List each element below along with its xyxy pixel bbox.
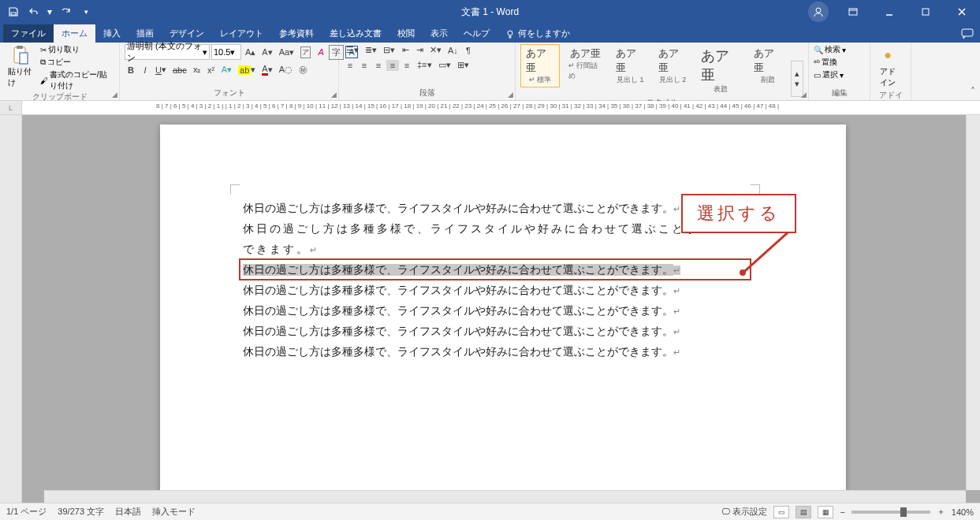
horizontal-ruler[interactable]: L 8 | 7 | 6 | 5 | 4 | 3 | 2 | 1 | | 1 | … xyxy=(0,101,980,115)
ribbon-display-options-icon[interactable] xyxy=(835,0,871,24)
borders-button[interactable]: ⊞▾ xyxy=(455,59,471,71)
zoom-slider-thumb[interactable] xyxy=(900,507,907,517)
decrease-indent-button[interactable]: ⇤ xyxy=(399,44,412,56)
line-spacing-button[interactable]: ‡≡▾ xyxy=(415,59,434,71)
tab-review[interactable]: 校閲 xyxy=(389,24,423,43)
account-icon[interactable] xyxy=(808,2,829,22)
undo-icon[interactable] xyxy=(25,3,43,20)
copy-button[interactable]: ⧉ コピー xyxy=(40,57,114,68)
style-normal[interactable]: あア亜 ↵ 標準 xyxy=(520,44,560,87)
shading-button[interactable]: ▭▾ xyxy=(436,59,453,71)
phonetic-guide-button[interactable]: ア xyxy=(298,46,313,59)
qat-customize-icon[interactable]: ▾ xyxy=(77,3,95,20)
doc-line-1[interactable]: 休日の過ごし方は多種多様で、ライフスタイルや好みに合わせて選ぶことができます。↵ xyxy=(243,199,747,219)
paragraph-launcher-icon[interactable]: ◢ xyxy=(508,91,513,98)
tab-layout[interactable]: レイアウト xyxy=(212,24,271,43)
font-color-button[interactable]: A▾ xyxy=(259,63,274,76)
style-heading2[interactable]: あア亜 見出し 2 xyxy=(653,44,692,87)
document-body[interactable]: 休日の過ごし方は多種多様で、ライフスタイルや好みに合わせて選ぶことができます。↵… xyxy=(243,199,747,362)
tab-help[interactable]: ヘルプ xyxy=(456,24,497,43)
style-subtitle[interactable]: あア亜 副題 xyxy=(748,44,788,87)
text-effects-button[interactable]: A▾ xyxy=(219,64,234,76)
bold-button[interactable]: B xyxy=(125,65,137,76)
change-case-button[interactable]: Aa▾ xyxy=(277,46,296,58)
vertical-ruler[interactable] xyxy=(0,115,22,503)
font-size-select[interactable]: 10.5▾ xyxy=(211,44,241,60)
style-heading1[interactable]: あア亜 見出し 1 xyxy=(610,44,650,87)
tab-references[interactable]: 参考資料 xyxy=(271,24,322,43)
doc-line-3-selected[interactable]: 休日の過ごし方は多種多様で、ライフスタイルや好みに合わせて選ぶことができます。↵ xyxy=(243,260,747,280)
doc-line-2b[interactable]: できます。↵ xyxy=(243,240,747,260)
tab-mailings[interactable]: 差し込み文書 xyxy=(322,24,389,43)
addins-button[interactable]: ● アド イン xyxy=(875,44,900,90)
minimize-icon[interactable] xyxy=(871,0,907,24)
comments-icon[interactable] xyxy=(961,28,974,39)
bullets-button[interactable]: ☰▾ xyxy=(344,44,361,56)
multilevel-list-button[interactable]: ⊟▾ xyxy=(381,44,397,56)
superscript-button[interactable]: x² xyxy=(205,65,218,76)
increase-indent-button[interactable]: ⇥ xyxy=(413,44,426,56)
page-count[interactable]: 1/1 ページ xyxy=(6,506,47,518)
tab-insert[interactable]: 挿入 xyxy=(95,24,129,43)
italic-button[interactable]: I xyxy=(139,65,151,76)
document-area[interactable]: 休日の過ごし方は多種多様で、ライフスタイルや好みに合わせて選ぶことができます。↵… xyxy=(22,115,980,503)
doc-line-2a[interactable]: 休日の過ごし方は多種多様で、ライフスタイルや好みに合わせて選ぶことが xyxy=(243,219,747,240)
select-button[interactable]: ▭選択▾ xyxy=(814,69,846,80)
word-count[interactable]: 39/273 文字 xyxy=(58,506,104,518)
doc-line-4[interactable]: 休日の過ごし方は多種多様で、ライフスタイルや好みに合わせて選ぶことができます。↵ xyxy=(243,280,747,301)
undo-dropdown-icon[interactable]: ▾ xyxy=(46,3,54,20)
char-shading-button[interactable]: A◌ xyxy=(277,64,295,76)
align-center-button[interactable]: ≡ xyxy=(358,60,371,71)
tab-view[interactable]: 表示 xyxy=(423,24,456,43)
insert-mode[interactable]: 挿入モード xyxy=(152,506,196,518)
language-status[interactable]: 日本語 xyxy=(115,506,141,518)
save-icon[interactable] xyxy=(5,3,22,20)
zoom-slider[interactable] xyxy=(851,511,930,514)
paste-button[interactable]: 貼り付け xyxy=(5,44,37,90)
numbering-button[interactable]: ≣▾ xyxy=(363,44,379,56)
align-left-button[interactable]: ≡ xyxy=(344,60,356,71)
web-layout-button[interactable]: ▦ xyxy=(818,506,833,518)
underline-button[interactable]: U▾ xyxy=(153,64,169,76)
justify-button[interactable]: ≡ xyxy=(386,60,399,71)
format-painter-button[interactable]: 🖌 書式のコピー/貼り付け xyxy=(40,69,114,91)
cut-button[interactable]: ✂ 切り取り xyxy=(40,44,114,55)
style-title[interactable]: あア亜 表題 xyxy=(695,44,745,97)
subscript-button[interactable]: x₂ xyxy=(191,64,203,76)
tab-home[interactable]: ホーム xyxy=(54,24,95,43)
read-mode-button[interactable]: ▭ xyxy=(773,506,789,518)
find-button[interactable]: 🔍検索▾ xyxy=(814,44,846,55)
collapse-ribbon-icon[interactable]: ˄ xyxy=(971,86,975,97)
zoom-in-button[interactable]: ＋ xyxy=(937,506,945,518)
doc-line-5[interactable]: 休日の過ごし方は多種多様で、ライフスタイルや好みに合わせて選ぶことができます。↵ xyxy=(243,301,747,321)
close-icon[interactable] xyxy=(944,0,980,24)
strikethrough-button[interactable]: abc xyxy=(170,65,189,76)
font-launcher-icon[interactable]: ◢ xyxy=(331,91,337,98)
doc-line-6[interactable]: 休日の過ごし方は多種多様で、ライフスタイルや好みに合わせて選ぶことができます。↵ xyxy=(243,321,747,342)
clear-formatting-button[interactable]: A xyxy=(315,46,327,58)
grow-font-button[interactable]: A▴ xyxy=(243,46,258,58)
zoom-level[interactable]: 140% xyxy=(952,507,974,517)
text-direction-button[interactable]: ✕▾ xyxy=(427,44,444,56)
vertical-scrollbar[interactable] xyxy=(966,115,980,490)
show-marks-button[interactable]: ¶ xyxy=(462,45,475,56)
sort-button[interactable]: A↓ xyxy=(445,45,460,56)
print-layout-button[interactable]: ▤ xyxy=(796,506,811,518)
display-settings-button[interactable]: 🖵 表示設定 xyxy=(721,506,767,518)
redo-icon[interactable] xyxy=(57,3,74,20)
replace-button[interactable]: ᵃᵇ置換 xyxy=(814,57,846,68)
zoom-out-button[interactable]: − xyxy=(840,507,844,517)
horizontal-scrollbar[interactable] xyxy=(44,490,966,503)
styles-launcher-icon[interactable]: ◢ xyxy=(801,91,807,98)
highlight-button[interactable]: ab▾ xyxy=(236,64,258,76)
maximize-icon[interactable] xyxy=(907,0,944,24)
enclose-combined-button[interactable]: ㊙ xyxy=(296,63,310,76)
doc-line-7[interactable]: 休日の過ごし方は多種多様で、ライフスタイルや好みに合わせて選ぶことができます。↵ xyxy=(243,342,747,362)
style-no-spacing[interactable]: あア亜 ↵ 行間詰め xyxy=(563,44,608,84)
align-right-button[interactable]: ≡ xyxy=(372,60,385,71)
page[interactable]: 休日の過ごし方は多種多様で、ライフスタイルや好みに合わせて選ぶことができます。↵… xyxy=(160,124,846,503)
shrink-font-button[interactable]: A▾ xyxy=(259,46,274,58)
tab-file[interactable]: ファイル xyxy=(3,24,54,43)
clipboard-launcher-icon[interactable]: ◢ xyxy=(112,91,117,98)
tell-me-search[interactable]: 何をしますか xyxy=(497,24,578,43)
